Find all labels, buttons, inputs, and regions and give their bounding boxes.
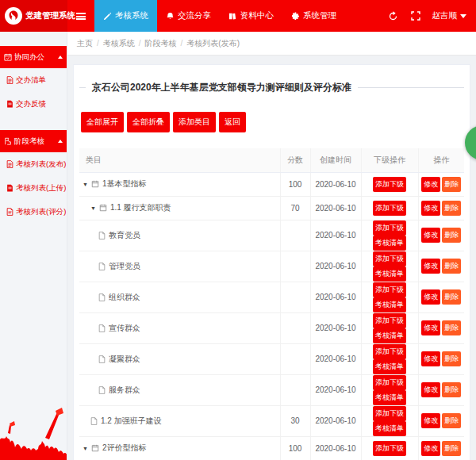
checklist-button[interactable]: 考核清单 bbox=[373, 236, 406, 251]
refresh-icon[interactable] bbox=[388, 10, 399, 21]
breadcrumb-assessment-system[interactable]: 考核系统 bbox=[103, 38, 135, 49]
back-button[interactable]: 返回 bbox=[219, 112, 246, 132]
sidebar-item-assessment-publish[interactable]: 考核列表(发布) bbox=[0, 152, 67, 176]
actions-cell: 修改删除 bbox=[418, 343, 464, 374]
expand-caret-icon[interactable]: ▼ bbox=[83, 446, 88, 451]
category-label[interactable]: 2评价型指标 bbox=[102, 443, 147, 454]
actions-cell: 修改删除 bbox=[418, 374, 464, 405]
category-folder-icon bbox=[99, 204, 107, 212]
add-sub-button[interactable]: 添加下级 bbox=[373, 344, 406, 359]
delete-button[interactable]: 删除 bbox=[442, 413, 461, 428]
score-cell bbox=[280, 312, 310, 343]
delete-button[interactable]: 删除 bbox=[442, 259, 461, 274]
page-title: 京石公司2020年上半年基层党支部领导力测评细则及评分标准 bbox=[86, 81, 358, 94]
chevron-up-icon bbox=[58, 56, 63, 59]
sidebar-item-assessment-score[interactable]: 考核列表(评分) bbox=[0, 200, 67, 224]
actions-cell: 修改删除 bbox=[418, 282, 464, 312]
document-icon bbox=[6, 76, 13, 84]
score-cell bbox=[280, 282, 310, 312]
nav-tab-assessment[interactable]: 考核系统 bbox=[94, 0, 157, 32]
top-header: 党建管理系统 考核系统 交流分享 资料中心 系统管理 赵吉顺 bbox=[0, 0, 476, 32]
table-row: 宣传群众2020-06-10添加下级考核清单修改删除 bbox=[79, 312, 464, 343]
app-logo: 党建管理系统 bbox=[0, 0, 67, 32]
table-row: 1.2 加强班子建设302020-06-10添加下级考核清单修改删除 bbox=[79, 405, 464, 436]
sub-actions-cell: 添加下级考核清单 bbox=[361, 251, 418, 282]
checklist-button[interactable]: 考核清单 bbox=[373, 328, 406, 343]
collapse-all-button[interactable]: 全部折叠 bbox=[127, 112, 170, 132]
sidebar-item-assessment-upload[interactable]: 考核列表(上传) bbox=[0, 176, 67, 200]
actions-cell: 修改删除 bbox=[418, 405, 464, 436]
add-sub-button[interactable]: 添加下级 bbox=[373, 201, 406, 216]
sidebar-group-stage-assessment[interactable]: 阶段考核 bbox=[0, 130, 67, 152]
category-label[interactable]: 1基本型指标 bbox=[102, 178, 147, 190]
category-label[interactable]: 组织群众 bbox=[109, 292, 140, 303]
nav-tab-system[interactable]: 系统管理 bbox=[282, 0, 345, 32]
delete-button[interactable]: 删除 bbox=[442, 382, 461, 397]
add-sub-button[interactable]: 添加下级 bbox=[373, 220, 406, 236]
delete-button[interactable]: 删除 bbox=[442, 177, 461, 192]
breadcrumb-stage-assessment[interactable]: 阶段考核 bbox=[145, 38, 177, 49]
score-cell: 30 bbox=[280, 405, 310, 436]
add-sub-button[interactable]: 添加下级 bbox=[373, 282, 406, 297]
created-date-cell: 2020-06-10 bbox=[310, 374, 361, 405]
nav-tab-materials[interactable]: 资料中心 bbox=[220, 0, 282, 32]
party-emblem-icon bbox=[5, 7, 22, 25]
delete-button[interactable]: 删除 bbox=[442, 201, 461, 216]
table-row: ▼1基本型指标1002020-06-10添加下级修改删除 bbox=[79, 172, 464, 196]
nav-tab-label: 考核系统 bbox=[115, 10, 148, 21]
edit-button[interactable]: 修改 bbox=[421, 228, 440, 243]
nav-tab-sharing[interactable]: 交流分享 bbox=[157, 0, 220, 32]
category-label[interactable]: 宣传群众 bbox=[109, 323, 140, 334]
breadcrumb-current: 考核列表(发布) bbox=[186, 38, 240, 49]
created-date-cell: 2020-06-10 bbox=[310, 282, 361, 312]
edit-button[interactable]: 修改 bbox=[421, 351, 440, 366]
edit-button[interactable]: 修改 bbox=[421, 201, 440, 216]
category-label[interactable]: 服务群众 bbox=[109, 385, 140, 396]
delete-button[interactable]: 删除 bbox=[442, 351, 461, 366]
add-category-button[interactable]: 添加类目 bbox=[173, 112, 216, 132]
score-cell bbox=[280, 343, 310, 374]
add-sub-button[interactable]: 添加下级 bbox=[373, 375, 406, 390]
delete-button[interactable]: 删除 bbox=[442, 289, 461, 305]
sidebar-item-task-feedback[interactable]: 交办反馈 bbox=[0, 92, 67, 116]
add-sub-button[interactable]: 添加下级 bbox=[373, 313, 406, 328]
category-label[interactable]: 1.1 履行支部职责 bbox=[110, 202, 171, 213]
title-divider: 京石公司2020年上半年基层党支部领导力测评细则及评分标准 bbox=[79, 81, 464, 94]
edit-button[interactable]: 修改 bbox=[421, 259, 440, 274]
category-label[interactable]: 管理党员 bbox=[109, 261, 140, 272]
edit-button[interactable]: 修改 bbox=[421, 382, 440, 397]
edit-button[interactable]: 修改 bbox=[421, 441, 440, 456]
checklist-button[interactable]: 考核清单 bbox=[373, 421, 406, 436]
add-sub-button[interactable]: 添加下级 bbox=[373, 251, 406, 266]
expand-all-button[interactable]: 全部展开 bbox=[81, 112, 124, 132]
actions-cell: 修改删除 bbox=[418, 172, 464, 196]
edit-button[interactable]: 修改 bbox=[421, 177, 440, 192]
delete-button[interactable]: 删除 bbox=[442, 228, 461, 243]
fullscreen-icon[interactable] bbox=[410, 10, 421, 21]
edit-button[interactable]: 修改 bbox=[421, 289, 440, 305]
document-icon bbox=[98, 355, 106, 363]
expand-caret-icon[interactable]: ▼ bbox=[90, 205, 96, 211]
expand-caret-icon[interactable]: ▼ bbox=[83, 182, 88, 187]
add-sub-button[interactable]: 添加下级 bbox=[373, 177, 406, 192]
sidebar-item-task-list[interactable]: 交办清单 bbox=[0, 68, 67, 92]
category-label[interactable]: 1.2 加强班子建设 bbox=[101, 416, 162, 427]
edit-button[interactable]: 修改 bbox=[421, 413, 440, 428]
sidebar-collapse-button[interactable] bbox=[67, 0, 94, 32]
breadcrumb: 主页 / 考核系统 / 阶段考核 / 考核列表(发布) bbox=[67, 32, 476, 56]
checklist-button[interactable]: 考核清单 bbox=[373, 297, 406, 312]
checklist-button[interactable]: 考核清单 bbox=[373, 359, 406, 374]
edit-button[interactable]: 修改 bbox=[421, 320, 440, 335]
category-label[interactable]: 凝聚群众 bbox=[109, 354, 140, 365]
checklist-button[interactable]: 考核清单 bbox=[373, 390, 406, 405]
category-label[interactable]: 教育党员 bbox=[109, 230, 140, 241]
checklist-button[interactable]: 考核清单 bbox=[373, 266, 406, 282]
breadcrumb-home[interactable]: 主页 bbox=[77, 38, 93, 49]
user-menu[interactable]: 赵吉顺 bbox=[432, 10, 467, 21]
delete-button[interactable]: 删除 bbox=[442, 320, 461, 335]
sidebar-group-collab[interactable]: 协同办公 bbox=[0, 46, 67, 68]
add-sub-button[interactable]: 添加下级 bbox=[373, 441, 406, 456]
add-sub-button[interactable]: 添加下级 bbox=[373, 406, 406, 421]
document-icon bbox=[6, 160, 13, 168]
delete-button[interactable]: 删除 bbox=[442, 441, 461, 456]
